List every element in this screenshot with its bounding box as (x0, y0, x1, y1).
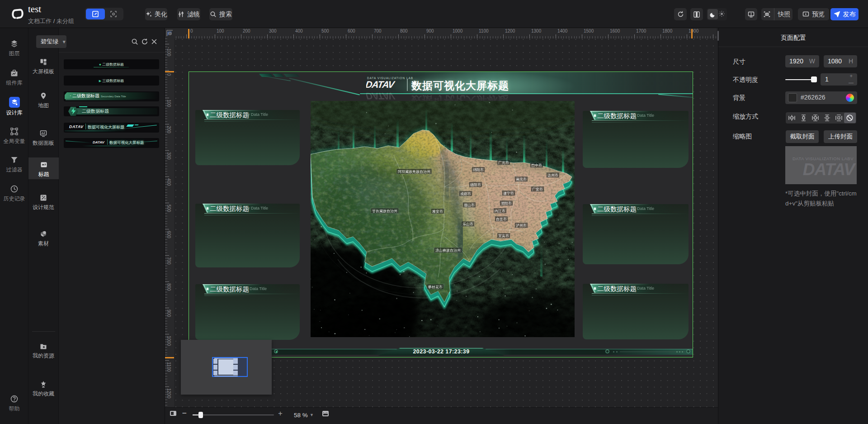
svg-text:自贡市: 自贡市 (496, 217, 507, 221)
svg-text:DATAV: DATAV (366, 91, 396, 100)
svg-text:阿坝藏族羌族自治州: 阿坝藏族羌族自治州 (398, 170, 430, 174)
svg-text:DATAV: DATAV (366, 80, 396, 89)
svg-text:资阳市: 资阳市 (501, 201, 512, 205)
svg-text:泸州市: 泸州市 (516, 224, 527, 228)
svg-text:达州市: 达州市 (547, 173, 558, 177)
svg-text:遂宁市: 遂宁市 (503, 191, 514, 195)
svg-text:甘孜藏族自治州: 甘孜藏族自治州 (372, 209, 397, 213)
svg-text:攀枝花市: 攀枝花市 (428, 285, 443, 289)
svg-text:雅安市: 雅安市 (432, 210, 443, 214)
svg-text:成都市: 成都市 (460, 192, 471, 196)
svg-text:巴中市: 巴中市 (531, 163, 542, 167)
svg-text:凉山彝族自治州: 凉山彝族自治州 (435, 248, 461, 252)
svg-text:内江市: 内江市 (495, 209, 505, 213)
svg-text:广元市: 广元市 (498, 161, 509, 165)
svg-text:乐山市: 乐山市 (462, 222, 473, 226)
svg-text:绵阳市: 绵阳市 (473, 168, 484, 172)
svg-text:广安市: 广安市 (532, 187, 543, 191)
svg-text:德阳市: 德阳市 (470, 183, 481, 187)
svg-text:眉山市: 眉山市 (464, 203, 475, 207)
svg-text:宜宾市: 宜宾市 (498, 234, 509, 238)
svg-text:南充市: 南充市 (516, 177, 527, 181)
